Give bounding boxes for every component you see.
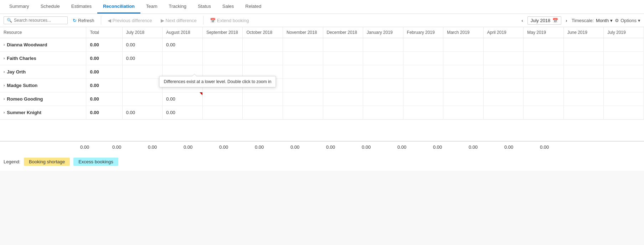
mar2019-cell	[443, 65, 484, 79]
jul2018-cell	[122, 79, 163, 92]
jul2019-cell	[604, 38, 644, 52]
jan2019-cell	[363, 79, 403, 92]
col-header-total: Total	[86, 27, 122, 38]
resource-cell: › Jay Orth	[0, 65, 86, 79]
nav-tracking[interactable]: Tracking	[163, 0, 192, 14]
resource-name-label: Jay Orth	[7, 69, 26, 75]
total-cell: 0.00	[86, 79, 122, 92]
aug2018-cell tooltip-container: Differences exist at a lower level. Doub…	[163, 65, 203, 79]
separator	[101, 16, 101, 25]
expand-icon[interactable]: ›	[4, 70, 5, 74]
tooltip-box: Differences exist at a lower level. Doub…	[159, 76, 276, 87]
next-diff-icon: ▶	[161, 18, 164, 23]
prev-month-button[interactable]: ‹	[519, 16, 525, 25]
oct2018-cell	[243, 92, 283, 106]
search-box[interactable]: 🔍	[4, 16, 68, 24]
sep2018-cell	[202, 92, 243, 106]
nav-summary[interactable]: Summary	[4, 0, 35, 14]
feb2019-cell	[403, 92, 443, 106]
expand-icon[interactable]: ›	[4, 83, 5, 87]
resource-name-label: Madge Sutton	[7, 83, 37, 88]
aug2018-cell: 0.00	[163, 92, 203, 106]
footer-jan2019: 0.00	[323, 142, 358, 153]
next-diff-button[interactable]: ▶ Next difference	[157, 16, 200, 25]
table-row: › Madge Sutton 0.00 0.00	[0, 79, 644, 92]
dec2018-cell	[323, 52, 363, 65]
jan2019-cell	[363, 65, 403, 79]
nov2018-cell	[283, 52, 323, 65]
may2019-cell	[524, 65, 564, 79]
jun2019-cell	[563, 38, 604, 52]
col-header-apr2019: April 2019	[483, 27, 524, 38]
resource-cell: › Faith Charles	[0, 52, 86, 65]
apr2019-cell	[483, 106, 524, 119]
jul2018-cell	[122, 92, 163, 106]
nav-reconciliation[interactable]: Reconciliation	[97, 0, 140, 14]
jan2019-cell	[363, 52, 403, 65]
may2019-cell	[524, 79, 564, 92]
expand-icon[interactable]: ›	[4, 111, 5, 114]
footer-oct2018: 0.00	[216, 142, 251, 153]
timescale-label: Timescale:	[572, 18, 594, 23]
next-month-button[interactable]: ›	[563, 16, 569, 25]
nov2018-cell	[283, 92, 323, 106]
legend-excess-bookings: Excess bookings	[73, 158, 118, 166]
may2019-cell	[524, 106, 564, 119]
options-label: Options	[620, 18, 637, 23]
nav-estimates[interactable]: Estimates	[66, 0, 97, 14]
mar2019-cell	[443, 38, 484, 52]
prev-diff-button[interactable]: ◀ Previous difference	[104, 16, 156, 25]
apr2019-cell	[483, 52, 524, 65]
mar2019-cell	[443, 79, 484, 92]
sep2018-cell	[202, 38, 243, 52]
resource-name-label: Faith Charles	[7, 56, 36, 61]
expand-icon[interactable]: ›	[4, 97, 5, 101]
jul2018-cell: 0.00	[122, 38, 163, 52]
nav-status[interactable]: Status	[192, 0, 217, 14]
jul2019-cell	[604, 79, 644, 92]
date-picker[interactable]: July 2018 📅	[527, 16, 562, 25]
feb2019-cell	[403, 52, 443, 65]
refresh-label: Refresh	[78, 18, 94, 23]
col-header-oct2018: October 2018	[243, 27, 283, 38]
footer-dec2018: 0.00	[287, 142, 323, 153]
legend-label: Legend:	[4, 159, 20, 164]
chevron-down-icon: ▾	[610, 18, 613, 23]
may2019-cell	[524, 52, 564, 65]
nav-team[interactable]: Team	[140, 0, 163, 14]
apr2019-cell	[483, 65, 524, 79]
expand-icon[interactable]: ›	[4, 56, 5, 60]
feb2019-cell	[403, 38, 443, 52]
tooltip-text: Differences exist at a lower level. Doub…	[164, 79, 272, 84]
nav-related[interactable]: Related	[239, 0, 267, 14]
total-cell: 0.00	[86, 106, 122, 119]
jun2019-cell	[563, 65, 604, 79]
nov2018-cell	[283, 65, 323, 79]
mar2019-cell	[443, 92, 484, 106]
footer-mar2019: 0.00	[394, 142, 429, 153]
options-button[interactable]: ⚙ Options ▾	[615, 18, 640, 23]
refresh-button[interactable]: ↻ Refresh	[69, 16, 98, 25]
calendar-icon: 📅	[210, 18, 216, 23]
nav-sales[interactable]: Sales	[217, 0, 240, 14]
col-header-nov2018: November 2018	[283, 27, 323, 38]
resource-name-label: Summer Knight	[7, 110, 41, 115]
timescale-select[interactable]: Month ▾	[596, 18, 613, 23]
total-cell: 0.00	[86, 52, 122, 65]
nav-schedule[interactable]: Schedule	[35, 0, 66, 14]
aug2018-cell: 0.00	[163, 106, 203, 119]
footer-sep2018: 0.00	[180, 142, 216, 153]
total-cell: 0.00	[86, 92, 122, 106]
search-input[interactable]	[14, 18, 64, 23]
toolbar: 🔍 ↻ Refresh ◀ Previous difference ▶ Next…	[0, 14, 644, 27]
total-cell: 0.00	[86, 38, 122, 52]
feb2019-cell	[403, 106, 443, 119]
col-header-jan2019: January 2019	[363, 27, 403, 38]
extend-booking-button[interactable]: 📅 Extend booking	[206, 16, 253, 25]
timescale-value: Month	[596, 18, 609, 23]
feb2019-cell	[403, 79, 443, 92]
mar2019-cell	[443, 52, 484, 65]
aug2018-cell: 0.00	[163, 38, 203, 52]
expand-icon[interactable]: ›	[4, 43, 5, 47]
col-header-feb2019: February 2019	[403, 27, 443, 38]
